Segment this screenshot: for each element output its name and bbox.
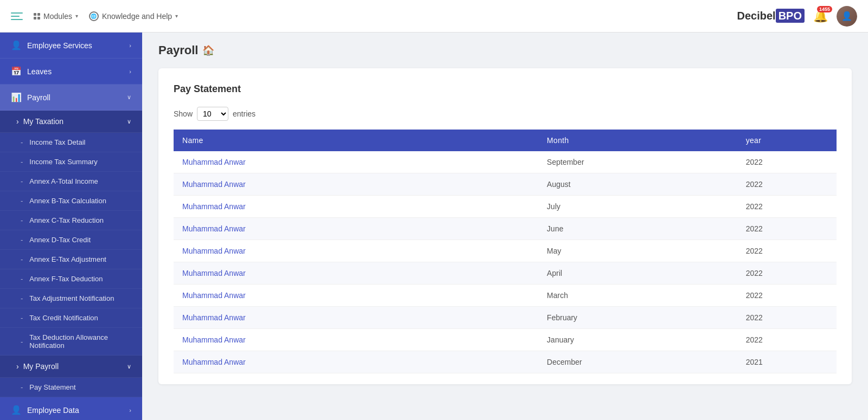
expand-icon: ›	[16, 117, 19, 126]
table-row: Muhammad AnwarMarch2022	[174, 285, 837, 307]
annex-b-label: Annex B-Tax Calculation	[29, 197, 106, 205]
knowledge-chevron: ▾	[175, 13, 178, 19]
sidebar-item-annex-b[interactable]: Annex B-Tax Calculation	[0, 191, 142, 211]
sidebar-item-tax-adjustment-notif[interactable]: Tax Adjustment Notification	[0, 289, 142, 308]
cell-year: 2022	[737, 196, 837, 218]
sidebar-item-pay-statement[interactable]: Pay Statement	[0, 378, 142, 397]
sidebar-item-leaves[interactable]: 📅 Leaves ›	[0, 59, 142, 85]
cell-name[interactable]: Muhammad Anwar	[174, 218, 538, 240]
breadcrumb: Payroll 🏠	[158, 43, 852, 57]
cell-name[interactable]: Muhammad Anwar	[174, 329, 538, 351]
cell-name[interactable]: Muhammad Anwar	[174, 151, 538, 173]
sidebar-item-income-tax-summary[interactable]: Income Tax Summary	[0, 152, 142, 172]
pay-statement-table: Name Month year Muhammad AnwarSeptember2…	[174, 130, 837, 373]
sidebar-item-income-tax-detail[interactable]: Income Tax Detail	[0, 133, 142, 152]
main-layout: 👤 Employee Services › 📅 Leaves › 📊 Payro…	[0, 33, 868, 420]
sidebar-item-annex-f[interactable]: Annex F-Tax Deduction	[0, 269, 142, 289]
sidebar-label-employee-data: Employee Data	[27, 406, 79, 415]
sidebar-item-annex-e[interactable]: Annex E-Tax Adjustment	[0, 250, 142, 269]
pay-statement-card: Pay Statement Show 10 25 50 100 entries …	[158, 68, 852, 384]
cell-month: May	[538, 240, 737, 262]
leaves-icon: 📅	[11, 66, 22, 76]
annex-e-label: Annex E-Tax Adjustment	[29, 255, 106, 263]
sidebar-item-annex-a[interactable]: Annex A-Total Income	[0, 172, 142, 191]
sidebar-item-tax-deduction-notif[interactable]: Tax Deduction Allowance Notification	[0, 328, 142, 356]
cell-name[interactable]: Muhammad Anwar	[174, 262, 538, 285]
sidebar-item-employee-services[interactable]: 👤 Employee Services ›	[0, 33, 142, 59]
cell-year: 2022	[737, 218, 837, 240]
cell-name[interactable]: Muhammad Anwar	[174, 196, 538, 218]
sidebar-parent-my-payroll[interactable]: › My Payroll ∨	[0, 356, 142, 378]
table-row: Muhammad AnwarJuly2022	[174, 196, 837, 218]
modules-chevron: ▾	[75, 13, 78, 19]
modules-label: Modules	[43, 12, 72, 21]
avatar-image: 👤	[837, 6, 857, 27]
sidebar-item-annex-d[interactable]: Annex D-Tax Credit	[0, 230, 142, 250]
cell-year: 2021	[737, 351, 837, 373]
cell-name[interactable]: Muhammad Anwar	[174, 173, 538, 196]
modules-icon	[34, 13, 40, 20]
notification-badge: 1455	[817, 6, 832, 12]
header-month: Month	[538, 130, 737, 151]
sidebar-label-leaves: Leaves	[27, 67, 52, 76]
top-navigation: Modules ▾ 🌐 Knowledge and Help ▾ Decibel…	[0, 0, 868, 33]
sidebar-item-payroll[interactable]: 📊 Payroll ∨	[0, 85, 142, 111]
annex-a-label: Annex A-Total Income	[29, 177, 98, 185]
cell-year: 2022	[737, 262, 837, 285]
table-row: Muhammad AnwarFebruary2022	[174, 307, 837, 329]
hamburger-menu[interactable]	[11, 12, 23, 20]
cell-month: December	[538, 351, 737, 373]
pay-statement-label: Pay Statement	[29, 383, 75, 391]
brand-logo: DecibelBPO	[737, 10, 805, 22]
payroll-icon: 📊	[11, 92, 22, 102]
cell-year: 2022	[737, 329, 837, 351]
topnav-left: Modules ▾ 🌐 Knowledge and Help ▾	[11, 11, 737, 21]
employee-services-chevron: ›	[129, 42, 131, 49]
topnav-right: DecibelBPO 🔔 1455 👤	[737, 6, 858, 27]
cell-month: July	[538, 196, 737, 218]
cell-name[interactable]: Muhammad Anwar	[174, 307, 538, 329]
income-tax-summary-label: Income Tax Summary	[29, 158, 97, 166]
entries-select[interactable]: 10 25 50 100	[197, 107, 228, 121]
cell-month: February	[538, 307, 737, 329]
sidebar-parent-my-taxation[interactable]: › My Taxation ∨	[0, 111, 142, 133]
modules-button[interactable]: Modules ▾	[34, 12, 78, 21]
cell-year: 2022	[737, 307, 837, 329]
sidebar-item-employee-data[interactable]: 👤 Employee Data ›	[0, 397, 142, 420]
table-controls: Show 10 25 50 100 entries	[174, 107, 837, 121]
sidebar: 👤 Employee Services › 📅 Leaves › 📊 Payro…	[0, 33, 142, 420]
cell-name[interactable]: Muhammad Anwar	[174, 240, 538, 262]
cell-month: June	[538, 218, 737, 240]
table-row: Muhammad AnwarApril2022	[174, 262, 837, 285]
sidebar-label-payroll: Payroll	[27, 93, 50, 102]
page-title: Payroll	[158, 43, 198, 57]
cell-year: 2022	[737, 151, 837, 173]
main-content: Payroll 🏠 Pay Statement Show 10 25 50 10…	[142, 33, 868, 420]
table-row: Muhammad AnwarJune2022	[174, 218, 837, 240]
knowledge-button[interactable]: 🌐 Knowledge and Help ▾	[89, 11, 178, 21]
card-title: Pay Statement	[174, 83, 837, 95]
entries-label: entries	[233, 109, 256, 118]
sidebar-label-employee-services: Employee Services	[27, 41, 92, 50]
cell-name[interactable]: Muhammad Anwar	[174, 285, 538, 307]
my-taxation-label: My Taxation	[23, 117, 63, 126]
tax-deduction-label: Tax Deduction Allowance Notification	[29, 333, 131, 350]
user-avatar[interactable]: 👤	[837, 6, 857, 27]
annex-d-label: Annex D-Tax Credit	[29, 236, 91, 244]
my-taxation-chevron: ∨	[127, 118, 131, 125]
cell-month: September	[538, 151, 737, 173]
notification-button[interactable]: 🔔 1455	[813, 9, 828, 23]
table-header: Name Month year	[174, 130, 837, 151]
brand-decibel: Decibel	[737, 10, 776, 22]
cell-name[interactable]: Muhammad Anwar	[174, 351, 538, 373]
payroll-chevron: ∨	[127, 94, 131, 101]
annex-c-label: Annex C-Tax Reduction	[29, 216, 104, 224]
brand-bpo: BPO	[776, 9, 805, 23]
home-icon[interactable]: 🏠	[202, 44, 214, 56]
sidebar-item-tax-credit-notif[interactable]: Tax Credit Notification	[0, 308, 142, 328]
employee-services-icon: 👤	[11, 40, 22, 50]
cell-year: 2022	[737, 285, 837, 307]
cell-month: January	[538, 329, 737, 351]
sidebar-item-annex-c[interactable]: Annex C-Tax Reduction	[0, 211, 142, 230]
tax-adjustment-label: Tax Adjustment Notification	[29, 294, 114, 302]
